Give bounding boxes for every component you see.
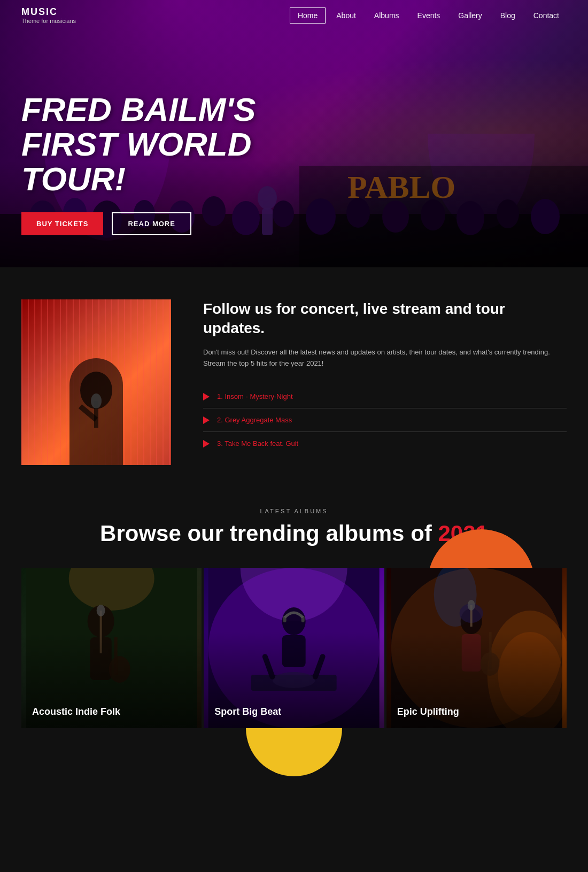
hero-content: FRED BAILM'S FIRST WORLD TOUR! BUY TICKE…: [0, 92, 294, 235]
read-more-button[interactable]: READ MORE: [112, 212, 191, 235]
track-item[interactable]: 1. Insom - Mystery-Night: [203, 385, 567, 408]
music-heading: Follow us for concert, live stream and t…: [203, 299, 567, 338]
nav-albums[interactable]: Albums: [367, 8, 407, 23]
nav-contact[interactable]: Contact: [526, 8, 567, 23]
music-description: Don't miss out! Discover all the latest …: [203, 347, 567, 369]
album-1-overlay: [21, 568, 202, 728]
yellow-semicircle: [246, 728, 342, 776]
track-name-3: 3. Take Me Back feat. Guit: [217, 439, 298, 447]
nav-events[interactable]: Events: [410, 8, 448, 23]
albums-label: LATEST ALBUMS: [21, 508, 567, 514]
nav-blog[interactable]: Blog: [493, 8, 523, 23]
album-card-2[interactable]: Sport Big Beat: [204, 568, 384, 728]
track-list: 1. Insom - Mystery-Night 2. Grey Aggrega…: [203, 385, 567, 455]
album-title-2: Sport Big Beat: [214, 706, 281, 717]
nav-about[interactable]: About: [329, 8, 363, 23]
nav-gallery[interactable]: Gallery: [451, 8, 489, 23]
logo-title: MUSIC: [21, 6, 76, 18]
main-nav: Home About Albums Events Gallery Blog Co…: [290, 7, 567, 24]
play-icon-3: [203, 440, 210, 447]
album-card-3[interactable]: Epic Uplifting: [386, 568, 567, 728]
album-title-3: Epic Uplifting: [397, 706, 459, 717]
track-name-1: 1. Insom - Mystery-Night: [217, 392, 293, 400]
hero-title: FRED BAILM'S FIRST WORLD TOUR!: [21, 92, 273, 196]
hero-section: PABLO FRED BAILM'S FIRST WORLD TOUR! BUY…: [0, 0, 588, 267]
track-item[interactable]: 2. Grey Aggregate Mass: [203, 408, 567, 432]
album-title-1: Acoustic Indie Folk: [32, 706, 120, 717]
albums-section: LATEST ALBUMS Browse our trending albums…: [0, 497, 588, 808]
play-icon-1: [203, 393, 210, 400]
decoration-area: [21, 728, 567, 776]
nav-home[interactable]: Home: [290, 7, 326, 24]
album-2-overlay: [204, 568, 384, 728]
header: MUSIC Theme for musicians Home About Alb…: [0, 0, 588, 30]
microphone-silhouette: [75, 358, 118, 454]
track-name-2: 2. Grey Aggregate Mass: [217, 416, 292, 424]
music-section: Follow us for concert, live stream and t…: [0, 267, 588, 497]
albums-heading-text: Browse our trending albums of: [100, 521, 438, 546]
album-grid: Acoustic Indie Folk: [21, 568, 567, 728]
logo: MUSIC Theme for musicians: [21, 6, 76, 24]
track-item[interactable]: 3. Take Me Back feat. Guit: [203, 432, 567, 455]
buy-tickets-button[interactable]: BUY TICKETS: [21, 212, 103, 235]
album-3-overlay: [386, 568, 567, 728]
svg-point-24: [91, 393, 102, 408]
album-card-1[interactable]: Acoustic Indie Folk: [21, 568, 202, 728]
artist-image: [21, 299, 171, 465]
hero-buttons: BUY TICKETS READ MORE: [21, 212, 273, 235]
svg-text:PABLO: PABLO: [347, 169, 455, 205]
logo-subtitle: Theme for musicians: [21, 18, 76, 24]
music-info: Follow us for concert, live stream and t…: [203, 299, 567, 455]
play-icon-2: [203, 416, 210, 424]
